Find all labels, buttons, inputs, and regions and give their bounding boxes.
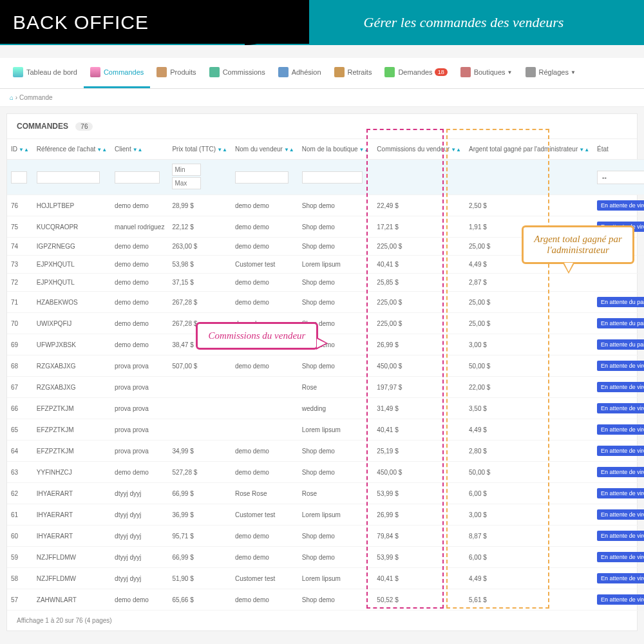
nav-requests[interactable]: Demandes18 — [378, 58, 453, 88]
cell-shop[interactable]: Shop demo — [298, 589, 374, 611]
cell-vendor[interactable]: demo demo — [231, 216, 298, 238]
col-client[interactable]: Client▼▲ — [111, 139, 168, 160]
cell-client[interactable]: prova prova — [111, 355, 168, 377]
cell-client[interactable]: demo demo — [111, 238, 168, 256]
filter-vendor[interactable] — [235, 171, 289, 184]
table-row[interactable]: 70UWIXPQFIJdemo demo267,28 $demo demoSho… — [7, 313, 644, 334]
cell-client[interactable]: dtyyj dyyj — [111, 547, 168, 568]
table-row[interactable]: 59NZJFFLDMWdtyyj dyyj66,99 $demo demoSho… — [7, 547, 644, 568]
cell-shop[interactable]: Lorem lipsum — [298, 256, 374, 274]
home-icon[interactable]: ⌂ — [10, 94, 14, 101]
cell-vendor[interactable]: Rose Rose — [231, 483, 298, 504]
cell-client[interactable]: prova prova — [111, 377, 168, 398]
filter-id[interactable] — [11, 171, 27, 184]
table-row[interactable]: 60IHYAERARTdtyyj dyyj95,71 $demo demoSho… — [7, 526, 644, 547]
cell-shop[interactable]: Shop demo — [298, 547, 374, 568]
nav-dashboard[interactable]: Tableau de bord — [6, 58, 84, 88]
cell-shop[interactable]: Shop demo — [298, 292, 374, 313]
col-shop[interactable]: Nom de la boutique▼▲ — [298, 139, 374, 160]
cell-client[interactable]: demo demo — [111, 589, 168, 611]
nav-settings[interactable]: Réglages▼ — [519, 58, 582, 88]
cell-vendor[interactable]: demo demo — [231, 238, 298, 256]
table-row[interactable]: 63YYFINHZCJdemo demo527,28 $demo demoSho… — [7, 462, 644, 483]
cell-client[interactable]: demo demo — [111, 256, 168, 274]
cell-shop[interactable]: Rose — [298, 377, 374, 398]
filter-price-min[interactable] — [172, 164, 201, 176]
table-row[interactable]: 65EFZPZTKJMprova provaLorem lipsum40,41 … — [7, 419, 644, 440]
cell-client[interactable]: demo demo — [111, 334, 168, 355]
cell-vendor[interactable] — [231, 398, 298, 419]
cell-client[interactable]: dtyyj dyyj — [111, 504, 168, 526]
filter-client[interactable] — [115, 171, 160, 184]
cell-vendor[interactable]: Customer test — [231, 504, 298, 526]
cell-shop[interactable]: Lorem lipsum — [298, 568, 374, 589]
table-row[interactable]: 57ZAHWNLARTdemo demo65,66 $demo demoShop… — [7, 589, 644, 611]
cell-shop[interactable]: Shop demo — [298, 195, 374, 216]
cell-client[interactable]: prova prova — [111, 440, 168, 462]
filter-shop[interactable] — [302, 171, 363, 184]
cell-vendor[interactable]: demo demo — [231, 292, 298, 313]
cell-client[interactable]: demo demo — [111, 292, 168, 313]
cell-vendor[interactable] — [231, 377, 298, 398]
cell-vendor[interactable]: demo demo — [231, 440, 298, 462]
cell-shop[interactable]: Shop demo — [298, 238, 374, 256]
cell-client[interactable]: dtyyj dyyj — [111, 526, 168, 547]
cell-client[interactable]: demo demo — [111, 274, 168, 292]
cell-shop[interactable]: Lorem lipsum — [298, 504, 374, 526]
table-row[interactable]: 61IHYAERARTdtyyj dyyj36,99 $Customer tes… — [7, 504, 644, 526]
col-price[interactable]: Prix total (TTC)▼▲ — [168, 139, 231, 160]
nav-membership[interactable]: Adhésion — [272, 58, 328, 88]
nav-orders[interactable]: Commandes — [84, 58, 150, 88]
cell-vendor[interactable]: demo demo — [231, 355, 298, 377]
cell-vendor[interactable] — [231, 419, 298, 440]
cell-shop[interactable]: Rose — [298, 483, 374, 504]
nav-shops[interactable]: Boutiques▼ — [454, 58, 519, 88]
col-id[interactable]: ID▼▲ — [7, 139, 33, 160]
cell-vendor[interactable]: demo demo — [231, 462, 298, 483]
cell-shop[interactable]: Shop demo — [298, 216, 374, 238]
col-vendor[interactable]: Nom du vendeur▼▲ — [231, 139, 298, 160]
cell-shop[interactable]: wedding — [298, 398, 374, 419]
cell-vendor[interactable]: demo demo — [231, 526, 298, 547]
col-admin[interactable]: Argent total gagné par l'administrateur▼… — [465, 139, 593, 160]
filter-status[interactable]: -- — [597, 171, 644, 184]
col-commission[interactable]: Commissions du vendeur▼▲ — [373, 139, 465, 160]
cell-client[interactable]: manuel rodriguez — [111, 216, 168, 238]
cell-shop[interactable]: Lorem lipsum — [298, 419, 374, 440]
nav-products[interactable]: Produits — [150, 58, 202, 88]
cell-client[interactable]: demo demo — [111, 195, 168, 216]
nav-commissions[interactable]: Commissions — [203, 58, 272, 88]
table-row[interactable]: 62IHYAERARTdtyyj dyyj66,99 $Rose RoseRos… — [7, 483, 644, 504]
cell-client[interactable]: prova prova — [111, 398, 168, 419]
cell-vendor[interactable]: demo demo — [231, 195, 298, 216]
cell-vendor[interactable]: Customer test — [231, 568, 298, 589]
nav-withdrawals[interactable]: Retraits — [328, 58, 379, 88]
cell-shop[interactable]: Shop demo — [298, 274, 374, 292]
col-ref[interactable]: Référence de l'achat▼▲ — [33, 139, 111, 160]
cell-client[interactable]: dtyyj dyyj — [111, 483, 168, 504]
table-row[interactable]: 68RZGXABJXGprova prova507,00 $demo demoS… — [7, 355, 644, 377]
table-row[interactable]: 58NZJFFLDMWdtyyj dyyj51,90 $Customer tes… — [7, 568, 644, 589]
table-row[interactable]: 76HOJLPTBEPdemo demo28,99 $demo demoShop… — [7, 195, 644, 216]
table-row[interactable]: 66EFZPZTKJMprova provawedding31,49 $3,50… — [7, 398, 644, 419]
cell-shop[interactable]: Shop demo — [298, 355, 374, 377]
cell-shop[interactable]: Shop demo — [298, 526, 374, 547]
table-row[interactable]: 67RZGXABJXGprova provaRose197,97 $22,00 … — [7, 377, 644, 398]
col-status[interactable]: État — [593, 139, 644, 160]
cell-client[interactable]: dtyyj dyyj — [111, 568, 168, 589]
cell-vendor[interactable]: demo demo — [231, 589, 298, 611]
cell-vendor[interactable]: Customer test — [231, 256, 298, 274]
cell-shop[interactable]: Shop demo — [298, 462, 374, 483]
cell-shop[interactable]: Shop demo — [298, 440, 374, 462]
table-row[interactable]: 71HZABEKWOSdemo demo267,28 $demo demoSho… — [7, 292, 644, 313]
table-row[interactable]: 64EFZPZTKJMprova prova34,99 $demo demoSh… — [7, 440, 644, 462]
cell-client[interactable]: demo demo — [111, 313, 168, 334]
cell-client[interactable]: demo demo — [111, 462, 168, 483]
cell-vendor[interactable]: demo demo — [231, 547, 298, 568]
table-row[interactable]: 72EJPXHQUTLdemo demo37,15 $demo demoShop… — [7, 274, 644, 292]
filter-ref[interactable] — [37, 171, 100, 184]
cell-vendor[interactable]: demo demo — [231, 274, 298, 292]
sort-icon: ▼▲ — [284, 147, 294, 153]
filter-price-max[interactable] — [172, 177, 201, 189]
cell-client[interactable]: prova prova — [111, 419, 168, 440]
